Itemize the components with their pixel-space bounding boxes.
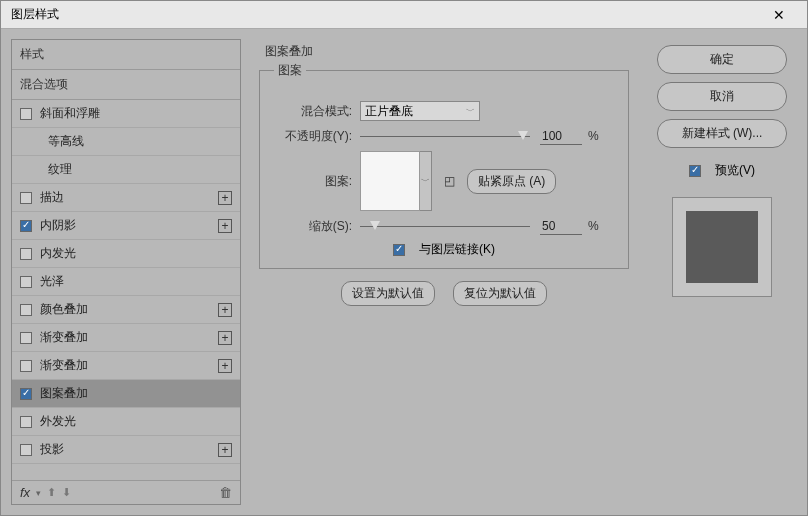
style-checkbox[interactable] bbox=[20, 276, 32, 288]
pattern-swatch[interactable] bbox=[360, 151, 420, 211]
set-default-button[interactable]: 设置为默认值 bbox=[341, 281, 435, 306]
style-label: 描边 bbox=[40, 189, 214, 206]
percent-label: % bbox=[588, 219, 599, 233]
opacity-row: 不透明度(Y): % bbox=[274, 127, 614, 145]
style-checkbox[interactable] bbox=[20, 248, 32, 260]
fx-label[interactable]: fx bbox=[20, 485, 30, 500]
slider-thumb[interactable] bbox=[370, 221, 380, 230]
style-item[interactable]: 图案叠加 bbox=[12, 380, 240, 408]
style-item[interactable]: 渐变叠加+ bbox=[12, 352, 240, 380]
blend-mode-row: 混合模式: 正片叠底 ﹀ bbox=[274, 101, 614, 121]
link-with-layer-checkbox[interactable] bbox=[393, 244, 405, 256]
scale-slider[interactable] bbox=[360, 219, 530, 233]
preview-checkbox[interactable] bbox=[689, 165, 701, 177]
style-label: 光泽 bbox=[40, 273, 232, 290]
blend-mode-select[interactable]: 正片叠底 ﹀ bbox=[360, 101, 480, 121]
chevron-down-icon: ﹀ bbox=[466, 105, 475, 118]
reset-default-button[interactable]: 复位为默认值 bbox=[453, 281, 547, 306]
group-title: 图案叠加 bbox=[259, 43, 629, 60]
scale-label: 缩放(S): bbox=[274, 218, 352, 235]
blend-mode-value: 正片叠底 bbox=[365, 103, 413, 120]
add-effect-icon[interactable]: + bbox=[218, 359, 232, 373]
ok-button[interactable]: 确定 bbox=[657, 45, 787, 74]
style-item[interactable]: 内阴影+ bbox=[12, 212, 240, 240]
pattern-picker-caret[interactable]: ﹀ bbox=[420, 151, 432, 211]
style-checkbox[interactable] bbox=[20, 388, 32, 400]
add-effect-icon[interactable]: + bbox=[218, 219, 232, 233]
close-button[interactable]: ✕ bbox=[761, 1, 797, 29]
titlebar: 图层样式 ✕ bbox=[1, 1, 807, 29]
preview-label: 预览(V) bbox=[715, 162, 755, 179]
add-effect-icon[interactable]: + bbox=[218, 191, 232, 205]
style-item[interactable]: 外发光 bbox=[12, 408, 240, 436]
add-effect-icon[interactable]: + bbox=[218, 443, 232, 457]
trash-icon[interactable]: 🗑 bbox=[219, 485, 232, 500]
opacity-label: 不透明度(Y): bbox=[274, 128, 352, 145]
snap-origin-button[interactable]: 贴紧原点 (A) bbox=[467, 169, 556, 194]
style-label: 纹理 bbox=[48, 161, 232, 178]
dialog-body: 样式 混合选项 斜面和浮雕等高线纹理描边+内阴影+内发光光泽颜色叠加+渐变叠加+… bbox=[1, 29, 807, 515]
style-checkbox[interactable] bbox=[20, 192, 32, 204]
pattern-row: 图案: ﹀ ◰ 贴紧原点 (A) bbox=[274, 151, 614, 211]
opacity-slider[interactable] bbox=[360, 129, 530, 143]
titlebar-title: 图层样式 bbox=[11, 6, 59, 23]
fieldset-legend: 图案 bbox=[274, 62, 306, 79]
style-checkbox[interactable] bbox=[20, 332, 32, 344]
new-style-button[interactable]: 新建样式 (W)... bbox=[657, 119, 787, 148]
move-up-icon[interactable]: ⬆ bbox=[47, 486, 56, 499]
chevron-down-icon[interactable]: ▾ bbox=[36, 488, 41, 498]
layer-style-dialog: 图层样式 ✕ 样式 混合选项 斜面和浮雕等高线纹理描边+内阴影+内发光光泽颜色叠… bbox=[0, 0, 808, 516]
create-pattern-icon[interactable]: ◰ bbox=[444, 174, 455, 188]
cancel-button[interactable]: 取消 bbox=[657, 82, 787, 111]
style-label: 内阴影 bbox=[40, 217, 214, 234]
style-label: 图案叠加 bbox=[40, 385, 232, 402]
pattern-label: 图案: bbox=[274, 173, 352, 190]
link-row: 与图层链接(K) bbox=[274, 241, 614, 258]
percent-label: % bbox=[588, 129, 599, 143]
style-item[interactable]: 等高线 bbox=[12, 128, 240, 156]
style-checkbox[interactable] bbox=[20, 444, 32, 456]
preview-swatch bbox=[686, 211, 758, 283]
style-label: 颜色叠加 bbox=[40, 301, 214, 318]
style-label: 内发光 bbox=[40, 245, 232, 262]
move-down-icon[interactable]: ⬇ bbox=[62, 486, 71, 499]
style-checkbox[interactable] bbox=[20, 304, 32, 316]
styles-footer: fx ▾ ⬆ ⬇ 🗑 bbox=[12, 480, 240, 504]
styles-list-panel: 样式 混合选项 斜面和浮雕等高线纹理描边+内阴影+内发光光泽颜色叠加+渐变叠加+… bbox=[11, 39, 241, 505]
style-item[interactable]: 内发光 bbox=[12, 240, 240, 268]
scale-row: 缩放(S): % bbox=[274, 217, 614, 235]
styles-header[interactable]: 样式 bbox=[12, 40, 240, 70]
pattern-fieldset: 图案 混合模式: 正片叠底 ﹀ 不透明度(Y): % bbox=[259, 62, 629, 269]
style-item[interactable]: 描边+ bbox=[12, 184, 240, 212]
style-checkbox[interactable] bbox=[20, 108, 32, 120]
style-item[interactable]: 渐变叠加+ bbox=[12, 324, 240, 352]
style-item[interactable]: 纹理 bbox=[12, 156, 240, 184]
style-item[interactable]: 颜色叠加+ bbox=[12, 296, 240, 324]
style-checkbox[interactable] bbox=[20, 220, 32, 232]
style-label: 渐变叠加 bbox=[40, 357, 214, 374]
style-label: 外发光 bbox=[40, 413, 232, 430]
scale-input[interactable] bbox=[540, 217, 582, 235]
style-checkbox[interactable] bbox=[20, 416, 32, 428]
style-item[interactable]: 投影+ bbox=[12, 436, 240, 464]
blend-mode-label: 混合模式: bbox=[274, 103, 352, 120]
add-effect-icon[interactable]: + bbox=[218, 303, 232, 317]
blend-options-header[interactable]: 混合选项 bbox=[12, 70, 240, 100]
style-checkbox[interactable] bbox=[20, 360, 32, 372]
action-panel: 确定 取消 新建样式 (W)... 预览(V) bbox=[647, 39, 797, 505]
style-label: 渐变叠加 bbox=[40, 329, 214, 346]
opacity-input[interactable] bbox=[540, 127, 582, 145]
styles-list: 斜面和浮雕等高线纹理描边+内阴影+内发光光泽颜色叠加+渐变叠加+渐变叠加+图案叠… bbox=[12, 100, 240, 464]
default-buttons-row: 设置为默认值 复位为默认值 bbox=[259, 281, 629, 306]
style-item[interactable]: 斜面和浮雕 bbox=[12, 100, 240, 128]
link-with-layer-label: 与图层链接(K) bbox=[419, 241, 495, 258]
preview-toggle-row: 预览(V) bbox=[647, 162, 797, 179]
style-label: 等高线 bbox=[48, 133, 232, 150]
slider-thumb[interactable] bbox=[518, 131, 528, 140]
options-panel: 图案叠加 图案 混合模式: 正片叠底 ﹀ 不透明度(Y): % bbox=[251, 39, 637, 505]
style-item[interactable]: 光泽 bbox=[12, 268, 240, 296]
style-label: 斜面和浮雕 bbox=[40, 105, 232, 122]
add-effect-icon[interactable]: + bbox=[218, 331, 232, 345]
preview-box bbox=[672, 197, 772, 297]
style-label: 投影 bbox=[40, 441, 214, 458]
